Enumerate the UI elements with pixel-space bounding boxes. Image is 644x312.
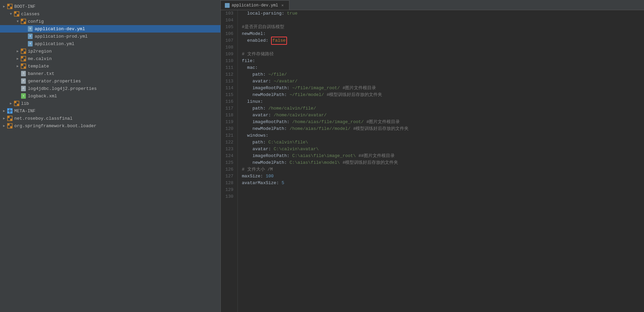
code-line-114: imageRootPath: ~/file/image_root/ #图片文件根… — [242, 85, 644, 92]
tree-item-template[interactable]: ▶ template — [0, 62, 220, 70]
package-icon — [7, 4, 13, 9]
svg-rect-10 — [21, 49, 23, 51]
package-icon — [7, 108, 13, 114]
code-line-109: # 文件存储路径 — [242, 51, 644, 58]
expand-arrow: ▼ — [15, 20, 20, 23]
tree-item-generator-props[interactable]: P generator.properties — [0, 77, 220, 85]
svg-rect-22 — [7, 109, 10, 111]
tree-item-log4jdbc-props[interactable]: P log4jdbc.log4j2.properties — [0, 85, 220, 92]
code-line-116: linux: — [242, 98, 644, 105]
code-line-130 — [242, 193, 644, 200]
code-line-123: avatar: C:\calvin\avatar\ — [242, 146, 644, 153]
code-line-111: mac: — [242, 64, 644, 71]
package-icon — [7, 123, 13, 129]
code-line-121: windows: — [242, 132, 644, 139]
code-line-106: newModel: — [242, 31, 644, 37]
svg-rect-8 — [24, 22, 26, 24]
svg-rect-30 — [7, 123, 10, 125]
code-line-129 — [242, 187, 644, 193]
package-icon — [20, 63, 26, 69]
code-area[interactable]: local-parsing: true #是否开启自训练模型 newModel:… — [238, 10, 644, 312]
expand-arrow: ▶ — [1, 109, 7, 113]
code-line-108 — [242, 44, 644, 51]
tree-item-application-yml[interactable]: Y application.yml — [0, 40, 220, 47]
svg-rect-2 — [10, 7, 12, 9]
package-icon — [20, 19, 26, 24]
editor-content[interactable]: 103 104 105 106 107 108 109 110 111 112 … — [221, 10, 644, 312]
code-line-110: file: — [242, 58, 644, 64]
yaml-file-icon: Y — [27, 41, 33, 46]
tree-item-label: ip2region — [28, 49, 220, 54]
svg-rect-16 — [21, 64, 23, 66]
svg-rect-13 — [21, 56, 23, 58]
expand-arrow: ▶ — [15, 49, 20, 53]
code-line-107: enabled: false — [242, 37, 644, 44]
package-icon — [20, 56, 26, 61]
tree-item-me-calvin[interactable]: ▶ me.calvin — [0, 55, 220, 62]
tree-item-ip2region[interactable]: ▶ ip2region — [0, 47, 220, 55]
tree-item-lib[interactable]: ▶ lib — [0, 100, 220, 107]
svg-rect-7 — [21, 19, 23, 21]
file-tree-panel: ▶ BOOT-INF ▼ classes — [0, 0, 221, 312]
code-line-124: imageRootPath: C:\aias\file\image_root\ … — [242, 153, 644, 159]
svg-rect-17 — [24, 66, 26, 69]
text-file-icon: T — [20, 71, 26, 76]
svg-rect-19 — [14, 101, 16, 103]
tree-item-application-prod-yml[interactable]: Y application-prod.yml — [0, 33, 220, 40]
tree-item-label: application.yml — [35, 41, 220, 46]
yaml-file-icon: Y — [27, 34, 33, 39]
tab-label: application-dev.yml — [232, 3, 278, 8]
code-line-113: avatar: ~/avatar/ — [242, 78, 644, 85]
package-icon — [7, 116, 13, 121]
expand-arrow: ▼ — [8, 12, 14, 16]
tree-item-label: template — [28, 64, 220, 69]
tree-item-label: META-INF — [14, 109, 220, 114]
tree-item-label: banner.txt — [28, 71, 220, 76]
tab-file-icon — [225, 3, 230, 8]
code-line-125: newModelPath: C:\aias\file\model\ #模型训练好… — [242, 159, 644, 166]
code-line-105: #是否开启自训练模型 — [242, 24, 644, 31]
tree-item-classes[interactable]: ▼ classes — [0, 10, 220, 18]
code-line-122: path: C:\calvin\file\ — [242, 139, 644, 146]
tree-item-logback-xml[interactable]: X logback.xml — [0, 92, 220, 100]
svg-rect-27 — [7, 116, 10, 118]
svg-rect-11 — [24, 52, 26, 54]
tree-item-config[interactable]: ▼ config — [0, 18, 220, 25]
tree-item-label: lib — [21, 101, 220, 106]
tree-item-application-dev-yml[interactable]: Y application-dev.yml — [0, 25, 220, 33]
svg-rect-31 — [10, 126, 12, 128]
package-icon — [14, 11, 20, 17]
tree-item-label: net.roseboy.classfinal — [14, 116, 220, 121]
tree-item-meta-inf[interactable]: ▶ META-INF — [0, 107, 220, 115]
tree-item-label: log4jdbc.log4j2.properties — [28, 86, 220, 91]
editor-tab-application-dev-yml[interactable]: application-dev.yml ✕ — [221, 0, 289, 10]
tree-item-label: org.springframework.boot.loader — [14, 123, 220, 129]
tab-close-button[interactable]: ✕ — [280, 3, 285, 8]
svg-rect-24 — [7, 111, 10, 113]
svg-rect-25 — [10, 111, 12, 113]
tree-item-banner-txt[interactable]: T banner.txt — [0, 70, 220, 77]
package-icon — [20, 48, 26, 54]
prop-file-icon: P — [20, 78, 26, 84]
editor-tab-bar: application-dev.yml ✕ — [221, 0, 644, 10]
code-line-128: avatarMaxSize: 5 — [242, 180, 644, 187]
expand-arrow: ▶ — [1, 116, 7, 120]
tree-item-label: me.calvin — [28, 56, 220, 61]
tree-item-label: config — [28, 19, 220, 24]
prop-file-icon: P — [20, 86, 26, 91]
code-line-103: local-parsing: true — [242, 10, 644, 17]
code-line-117: path: /home/calvin/file/ — [242, 105, 644, 112]
svg-rect-14 — [24, 59, 26, 61]
xml-file-icon: X — [20, 93, 26, 99]
tree-item-org-springframework[interactable]: ▶ org.springframework.boot.loader — [0, 122, 220, 130]
expand-arrow: ▶ — [1, 4, 7, 8]
code-line-118: avatar: /home/calvin/avatar/ — [242, 112, 644, 119]
tree-item-label: BOOT-INF — [14, 4, 220, 9]
expand-arrow: ▶ — [8, 101, 14, 105]
file-tree: ▶ BOOT-INF ▼ classes — [0, 0, 220, 132]
expand-arrow: ▶ — [15, 64, 20, 68]
tree-item-net-roseboy[interactable]: ▶ net.roseboy.classfinal — [0, 115, 220, 122]
tree-item-label: application-dev.yml — [35, 26, 220, 32]
tree-item-boot-inf[interactable]: ▶ BOOT-INF — [0, 3, 220, 10]
tree-item-label: application-prod.yml — [35, 34, 220, 39]
